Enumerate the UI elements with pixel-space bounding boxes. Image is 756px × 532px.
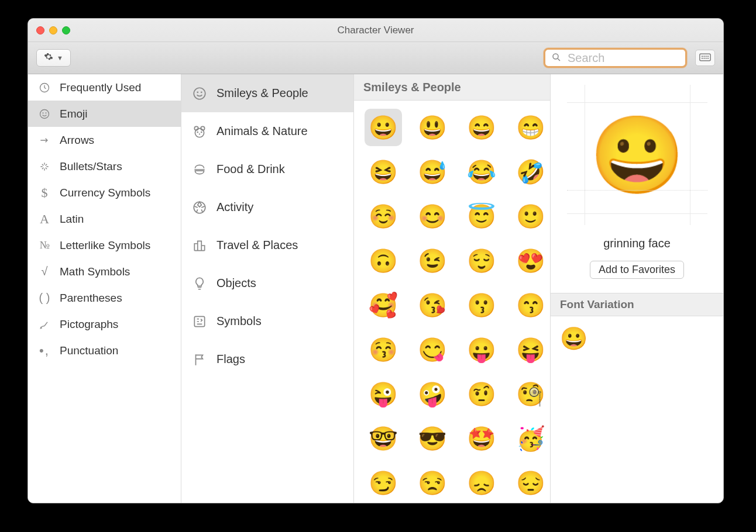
category-item[interactable]: Symbols (181, 302, 353, 340)
character-cell-tears-of-joy[interactable]: 😂 (463, 153, 500, 191)
sidebar-set-item[interactable]: Emoji (28, 101, 181, 127)
category-item[interactable]: Animals & Nature (181, 112, 353, 150)
character-cell-squinting-tongue[interactable]: 😝 (512, 331, 549, 368)
sidebar-set-label: Letterlike Symbols (60, 239, 150, 252)
character-cell-kissing[interactable]: 😗 (463, 286, 500, 324)
character-cell-rofl[interactable]: 🤣 (512, 153, 549, 191)
character-cell-smirking[interactable]: 😏 (365, 464, 402, 502)
character-cell-smiling-hearts[interactable]: 🥰 (365, 286, 402, 324)
character-cell-partying[interactable]: 🥳 (512, 420, 549, 457)
category-item[interactable]: Travel & Places (181, 226, 353, 264)
character-cell-grinning-face[interactable]: 😀 (365, 109, 402, 146)
character-cell-nerd[interactable]: 🤓 (365, 420, 402, 457)
sidebar-set-label: Bullets/Stars (60, 160, 122, 173)
character-cell-relaxed[interactable]: ☺️ (365, 198, 402, 235)
font-variation-heading: Font Variation (551, 293, 723, 316)
category-item[interactable]: Activity (181, 188, 353, 226)
city-icon (191, 238, 208, 253)
sidebar-set-label: Latin (60, 213, 84, 226)
character-cell-grinning-face-smiling-eyes[interactable]: 😄 (463, 109, 500, 146)
sidebar-set-item[interactable]: Bullets/Stars (28, 153, 181, 179)
sidebar-set-item[interactable]: ( )Parentheses (28, 285, 181, 311)
sign-icon (37, 319, 51, 330)
character-cell-squinting-face[interactable]: 😆 (365, 153, 402, 191)
toolbar: ▼ (28, 42, 723, 74)
character-cell-disappointed[interactable]: 😞 (463, 464, 500, 502)
category-item[interactable]: Smileys & People (181, 74, 353, 112)
character-cell-beaming-face[interactable]: 😁 (512, 109, 549, 146)
character-cell-pensive[interactable]: 😔 (512, 464, 549, 502)
svg-rect-24 (194, 316, 204, 326)
svg-rect-2 (700, 54, 710, 61)
svg-point-7 (702, 58, 703, 58)
character-cell-tongue[interactable]: 😛 (463, 331, 500, 368)
symbols-icon (191, 314, 208, 329)
character-cell-heart-eyes[interactable]: 😍 (512, 242, 549, 279)
grid-heading: Smileys & People (354, 74, 550, 101)
sidebar-set-label: Punctuation (60, 344, 118, 357)
settings-menu-button[interactable]: ▼ (36, 49, 71, 67)
flag-icon (191, 352, 208, 367)
character-cell-star-struck[interactable]: 🤩 (463, 420, 500, 457)
character-cell-halo[interactable]: 😇 (463, 198, 500, 235)
parens-icon: ( ) (37, 291, 51, 305)
sidebar-set-item[interactable]: Arrows (28, 127, 181, 153)
sidebar-set-item[interactable]: ALatin (28, 206, 181, 232)
character-cell-winking-tongue[interactable]: 😜 (365, 375, 402, 413)
character-cell-sunglasses[interactable]: 😎 (414, 420, 451, 457)
svg-point-10 (708, 58, 709, 58)
arrow-icon (37, 134, 51, 146)
font-variation-list: 😀 (551, 316, 723, 361)
sidebar-set-label: Currency Symbols (60, 186, 150, 199)
dots-icon: •, (37, 343, 51, 358)
sidebar-sets: Frequently UsedEmojiArrowsBullets/Stars$… (28, 74, 181, 503)
collapse-viewer-button[interactable] (695, 50, 715, 66)
search-field[interactable] (544, 48, 687, 68)
sidebar-set-label: Parentheses (60, 292, 122, 305)
character-cell-relieved[interactable]: 😌 (463, 242, 500, 279)
character-cell-smiling-face-smiling-eyes[interactable]: 😊 (414, 198, 451, 235)
character-cell-upside-down[interactable]: 🙃 (365, 242, 402, 279)
sidebar-set-item[interactable]: Pictographs (28, 311, 181, 337)
sidebar-set-item[interactable]: Frequently Used (28, 74, 181, 101)
category-item[interactable]: Flags (181, 340, 353, 378)
character-cell-sweat-smile[interactable]: 😅 (414, 153, 451, 191)
character-cell-kissing-smiling-eyes[interactable]: 😙 (512, 286, 549, 324)
svg-point-22 (201, 132, 202, 132)
character-cell-monocle[interactable]: 🧐 (512, 375, 549, 413)
character-preview-box: 😀 (567, 85, 707, 225)
svg-line-1 (558, 58, 560, 61)
svg-point-6 (708, 56, 709, 56)
character-cell-grinning-face-big-eyes[interactable]: 😃 (414, 109, 451, 146)
sidebar-set-label: Emoji (60, 108, 88, 120)
svg-point-13 (43, 112, 43, 113)
svg-point-4 (704, 56, 705, 56)
character-cell-zany[interactable]: 🤪 (414, 375, 451, 413)
character-cell-unamused[interactable]: 😒 (414, 464, 451, 502)
sidebar-set-label: Math Symbols (60, 265, 130, 278)
character-cell-slightly-smiling[interactable]: 🙂 (512, 198, 549, 235)
character-cell-raised-eyebrow[interactable]: 🤨 (463, 375, 500, 413)
character-cell-kissing-closed-eyes[interactable]: 😚 (365, 331, 402, 368)
numero-icon: № (37, 239, 51, 251)
sidebar-set-item[interactable]: √Math Symbols (28, 258, 181, 285)
character-cell-yum[interactable]: 😋 (414, 331, 451, 368)
character-viewer-window: Character Viewer ▼ (28, 18, 724, 503)
sidebar-set-item[interactable]: $Currency Symbols (28, 179, 181, 206)
category-item[interactable]: Food & Drink (181, 150, 353, 188)
character-cell-winking[interactable]: 😉 (414, 242, 451, 279)
character-grid: 😀😃😄😁😆😅😂🤣☺️😊😇🙂🙃😉😌😍🥰😘😗😙😚😋😛😝😜🤪🤨🧐🤓😎🤩🥳😏😒😞😔 (354, 101, 550, 503)
character-preview-glyph: 😀 (590, 117, 685, 193)
add-to-favorites-button[interactable]: Add to Favorites (590, 261, 684, 279)
character-name-label: grinning face (603, 237, 671, 250)
character-cell-blowing-kiss[interactable]: 😘 (414, 286, 451, 324)
sidebar-set-item[interactable]: •,Punctuation (28, 337, 181, 364)
clock-icon (37, 82, 51, 94)
category-label: Objects (217, 277, 256, 290)
search-input[interactable] (566, 51, 717, 65)
category-item[interactable]: Objects (181, 264, 353, 302)
svg-point-9 (706, 58, 706, 58)
sidebar-set-item[interactable]: №Letterlike Symbols (28, 232, 181, 258)
font-variant-cell[interactable]: 😀 (560, 326, 714, 351)
svg-point-8 (704, 58, 705, 58)
